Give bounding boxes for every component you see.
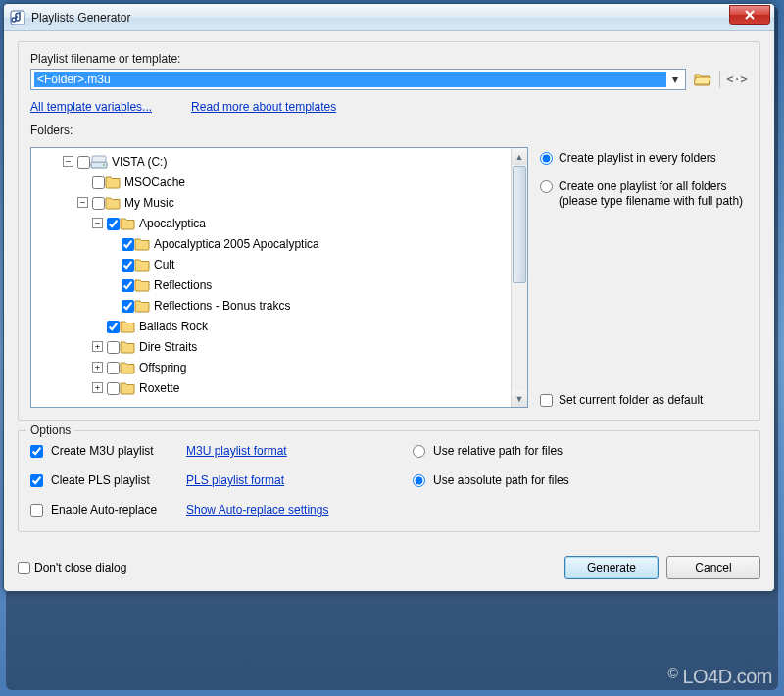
tree-node[interactable]: + Roxette xyxy=(33,377,525,398)
check-pls-label: Cleate PLS playlist xyxy=(51,473,178,487)
tree-label: VISTA (C:) xyxy=(112,155,167,169)
main-group: Playlist filename or template: <Folder>.… xyxy=(18,41,760,421)
titlebar[interactable]: Playlists Generator xyxy=(4,4,774,31)
folders-tree[interactable]: − VISTA (C:) MSOCache xyxy=(30,147,528,408)
window-title: Playlists Generator xyxy=(31,11,130,25)
folder-icon xyxy=(120,320,135,333)
filename-value: <Folder>.m3u xyxy=(34,72,666,87)
tree-label: Apocalyptica 2005 Apocalyptica xyxy=(154,237,319,251)
tags-button[interactable]: <·> xyxy=(726,69,748,90)
expander-plus-icon[interactable]: + xyxy=(92,362,103,373)
tree-checkbox[interactable] xyxy=(92,176,105,189)
tree-checkbox[interactable] xyxy=(122,300,134,313)
tree-node[interactable]: + Dire Straits xyxy=(33,336,525,357)
tree-checkbox[interactable] xyxy=(107,362,120,374)
tree-checkbox[interactable] xyxy=(77,156,90,169)
link-m3u-format[interactable]: M3U playlist format xyxy=(186,444,287,458)
folder-icon xyxy=(120,381,135,395)
options-group: Options Create M3U playlist M3U playlist… xyxy=(18,430,760,532)
radio-label: Use absolute path for files xyxy=(433,473,569,487)
tree-checkbox[interactable] xyxy=(107,218,120,230)
check-dont-close[interactable] xyxy=(18,562,30,574)
tree-checkbox[interactable] xyxy=(107,341,120,354)
tree-label: Ballads Rock xyxy=(139,320,208,333)
tree-node[interactable]: MSOCache xyxy=(33,172,525,192)
app-icon xyxy=(10,10,25,25)
expander-minus-icon[interactable]: − xyxy=(77,197,88,208)
radio-absolute-path[interactable] xyxy=(413,474,425,487)
expander-minus-icon[interactable]: − xyxy=(92,218,103,228)
check-set-default[interactable]: Set current folder as default xyxy=(540,393,748,408)
svg-point-2 xyxy=(103,164,105,166)
tree-label: Reflections xyxy=(154,278,212,292)
filename-dropdown[interactable]: <Folder>.m3u ▾ xyxy=(30,69,686,90)
tree-label: Reflections - Bonus trakcs xyxy=(154,299,290,313)
tree-node[interactable]: Reflections xyxy=(33,274,525,295)
chevron-down-icon[interactable]: ▾ xyxy=(667,73,683,86)
radio-relative-path[interactable] xyxy=(413,445,425,458)
check-m3u[interactable] xyxy=(30,445,43,458)
check-auto-label: Enable Auto-replace xyxy=(51,503,178,517)
tree-node[interactable]: Ballads Rock xyxy=(33,316,525,336)
cancel-button[interactable]: Cancel xyxy=(666,556,760,579)
checkbox-label: Set current folder as default xyxy=(559,393,703,408)
folder-icon xyxy=(120,217,135,230)
expander-plus-icon[interactable]: + xyxy=(92,341,103,352)
link-auto-settings[interactable]: Show Auto-replace settings xyxy=(186,503,328,517)
tree-checkbox[interactable] xyxy=(107,382,120,395)
check-m3u-label: Create M3U playlist xyxy=(51,444,178,458)
close-button[interactable] xyxy=(729,5,770,25)
expander-minus-icon[interactable]: − xyxy=(63,156,74,167)
footer-bar: Don't close dialog Generate Cancel xyxy=(4,550,774,591)
radio-input[interactable] xyxy=(540,152,553,165)
tree-label: Apocalyptica xyxy=(139,217,206,230)
radio-every-folder[interactable]: Create playlist in every folders xyxy=(540,151,748,166)
toolbar-separator xyxy=(719,71,720,88)
radio-label: Create one playlist for all folders (ple… xyxy=(559,179,748,209)
drive-icon xyxy=(90,154,108,170)
link-template-vars[interactable]: All template variables... xyxy=(30,100,152,114)
tree-checkbox[interactable] xyxy=(122,259,134,272)
check-auto-replace[interactable] xyxy=(30,504,43,517)
browse-folder-button[interactable] xyxy=(692,69,713,90)
generate-button[interactable]: Generate xyxy=(564,556,659,579)
folder-icon xyxy=(105,196,121,210)
tree-label: Cult xyxy=(154,258,174,272)
tree-node-drive[interactable]: − VISTA (C:) xyxy=(33,151,525,172)
tree-scrollbar[interactable]: ▲ ▼ xyxy=(511,148,527,407)
tree-checkbox[interactable] xyxy=(107,321,120,333)
tree-checkbox[interactable] xyxy=(122,238,134,251)
tree-label: MSOCache xyxy=(124,175,185,189)
folders-label: Folders: xyxy=(30,124,748,137)
tree-label: Roxette xyxy=(139,381,179,395)
expander-plus-icon[interactable]: + xyxy=(92,382,103,393)
tree-checkbox[interactable] xyxy=(92,197,105,210)
tree-checkbox[interactable] xyxy=(122,279,134,292)
link-pls-format[interactable]: PLS playlist format xyxy=(186,473,284,487)
scroll-up-icon[interactable]: ▲ xyxy=(512,148,527,165)
scroll-thumb[interactable] xyxy=(513,166,526,283)
tree-node[interactable]: Apocalyptica 2005 Apocalyptica xyxy=(33,233,525,254)
tree-node[interactable]: Reflections - Bonus trakcs xyxy=(33,295,525,316)
scroll-down-icon[interactable]: ▼ xyxy=(512,390,527,407)
folder-icon xyxy=(134,258,150,272)
watermark: © LO4D.com xyxy=(668,666,772,688)
tree-node[interactable]: − My Music xyxy=(33,192,525,213)
link-read-more[interactable]: Read more about templates xyxy=(191,100,336,114)
radio-label: Use relative path for files xyxy=(433,444,563,458)
radio-one-playlist[interactable]: Create one playlist for all folders (ple… xyxy=(540,179,748,209)
tree-node[interactable]: + Offspring xyxy=(33,357,525,377)
filename-label: Playlist filename or template: xyxy=(30,52,748,66)
radio-label: Create playlist in every folders xyxy=(559,151,716,166)
svg-rect-3 xyxy=(92,156,106,162)
check-dont-close-label: Don't close dialog xyxy=(34,561,126,574)
tree-node[interactable]: Cult xyxy=(33,254,525,274)
check-pls[interactable] xyxy=(30,474,43,487)
checkbox-input[interactable] xyxy=(540,394,553,407)
folder-icon xyxy=(134,278,150,292)
radio-input[interactable] xyxy=(540,180,553,193)
tree-label: Dire Straits xyxy=(139,340,197,354)
folder-icon xyxy=(134,299,150,313)
tree-node[interactable]: − Apocalyptica xyxy=(33,213,525,233)
dialog-window: Playlists Generator Playlist filename or… xyxy=(3,3,775,592)
